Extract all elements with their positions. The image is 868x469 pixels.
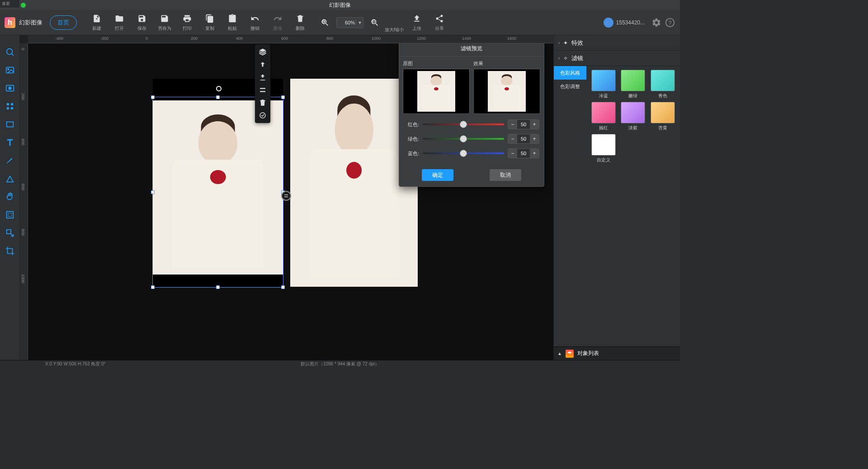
layer-delete-icon[interactable] [258,98,268,108]
zoom-in-button[interactable] [318,12,332,33]
zoom-out-button[interactable] [368,12,382,33]
select-tool[interactable] [2,44,18,60]
resize-handle[interactable] [281,95,285,99]
filter-thumb[interactable]: 冷蓝 [590,70,617,99]
resize-handle[interactable] [216,95,220,99]
help-button[interactable]: ? [665,17,675,28]
svg-rect-8 [6,67,14,73]
resize-handle[interactable] [151,95,155,99]
open-button[interactable]: 打开 [109,12,129,33]
undo-button[interactable]: 撤销 [245,12,265,33]
fill-tool[interactable] [2,81,18,96]
resize-handle[interactable] [281,285,285,289]
category-color-style[interactable]: 色彩风格 [554,66,586,80]
shapes-tool[interactable] [2,99,18,114]
decrement-button[interactable]: − [508,134,517,143]
canvas[interactable]: 滤镜预览 原图 效果 红色: [28,43,553,360]
filter-thumb[interactable]: 青色 [649,70,676,99]
paste-button[interactable]: 粘贴 [222,12,242,33]
filter-thumb[interactable]: 嫩绿 [620,70,647,99]
slider-knob[interactable] [460,150,467,157]
user-avatar-icon[interactable] [604,18,613,28]
objects-panel-header[interactable]: ▲ 对象列表 [554,346,680,360]
new-button[interactable]: 新建 [87,12,107,33]
slider-blue[interactable] [423,152,504,154]
layer-merge-icon[interactable] [258,85,268,95]
image-tool[interactable] [2,62,18,78]
save-button[interactable]: 保存 [132,12,152,33]
zoom-in-icon [320,18,330,28]
slider-red[interactable] [423,123,504,125]
category-color-adjust[interactable]: 色彩调整 [554,80,586,93]
filters-section-header[interactable]: ‹ ✧ 滤镜 [554,51,680,66]
saveas-button[interactable]: 另存为 [155,12,175,33]
undo-icon [250,14,260,24]
resize-handle[interactable] [151,285,155,289]
vector-tool[interactable] [2,171,18,186]
filter-thumb[interactable]: 杏黄 [649,102,676,131]
saveas-icon [160,14,170,24]
objects-panel-label: 对象列表 [577,350,599,357]
cancel-button[interactable]: 取消 [490,169,521,181]
print-button[interactable]: 打印 [177,12,197,33]
filter-thumb[interactable]: 嫣红 [590,102,617,131]
slider-green[interactable] [423,138,504,140]
svg-rect-1 [96,18,97,19]
svg-rect-20 [284,194,288,195]
increment-button[interactable]: + [530,120,539,129]
filter-thumb-custom[interactable]: 自定义 [590,134,617,163]
rect-tool[interactable] [2,117,18,132]
chevron-left-icon: ‹ [558,56,560,61]
increment-button[interactable]: + [530,134,539,143]
svg-point-9 [7,69,9,70]
stepper-red: − 50 + [508,119,539,129]
svg-rect-3 [323,21,326,22]
resize-handle[interactable] [151,190,155,194]
crop-tool[interactable] [2,243,18,259]
increment-button[interactable]: + [530,149,539,158]
upload-button[interactable]: 上传 [407,12,427,33]
home-button[interactable]: 首页 [50,15,77,30]
maximize-window-icon[interactable] [21,3,26,8]
hand-tool[interactable] [2,189,18,204]
delete-button[interactable]: 删除 [290,12,310,33]
effects-section-header[interactable]: › ✦ 特效 [554,35,680,51]
svg-rect-4 [373,21,375,22]
panel-title: 滤镜预览 [399,43,544,57]
share-button[interactable]: 分享 [429,12,449,33]
trash-icon [295,14,305,24]
filter-thumb[interactable]: 淡紫 [620,102,647,131]
svg-point-15 [10,107,13,110]
resize-tool[interactable] [2,225,18,241]
stepper-blue: − 50 + [508,148,539,158]
svg-point-11 [9,87,11,90]
zoom-out-icon [370,18,380,28]
layer-up-icon[interactable] [258,60,268,70]
zoom-dropdown-icon[interactable]: ▾ [356,19,363,26]
svg-text:?: ? [668,19,671,26]
resize-handle[interactable] [216,285,220,289]
filter-preview-panel: 滤镜预览 原图 效果 红色: [399,43,544,187]
layer-top-icon[interactable] [258,72,268,82]
ok-button[interactable]: 确定 [422,169,453,181]
text-tool[interactable] [2,135,18,150]
slider-knob[interactable] [460,121,467,128]
redo-button[interactable]: 重做 [268,12,288,33]
copy-button[interactable]: 复制 [200,12,220,33]
crop-frame-tool[interactable] [2,207,18,223]
preview-effect-label: 效果 [473,60,540,67]
rotation-handle-icon[interactable] [216,86,222,91]
slider-label-blue: 蓝色: [404,150,419,157]
decrement-button[interactable]: − [508,149,517,158]
effects-label: 特效 [571,39,583,47]
layer-visibility-icon[interactable] [258,110,268,120]
compare-toggle-icon[interactable] [281,191,291,201]
brush-tool[interactable] [2,153,18,168]
settings-button[interactable] [651,17,662,28]
zoom-input[interactable] [337,20,356,25]
user-id-label: 15534420... [616,19,645,26]
decrement-button[interactable]: − [508,120,517,129]
preview-effect [473,69,540,114]
slider-knob[interactable] [460,135,467,142]
layers-icon[interactable] [258,47,268,57]
